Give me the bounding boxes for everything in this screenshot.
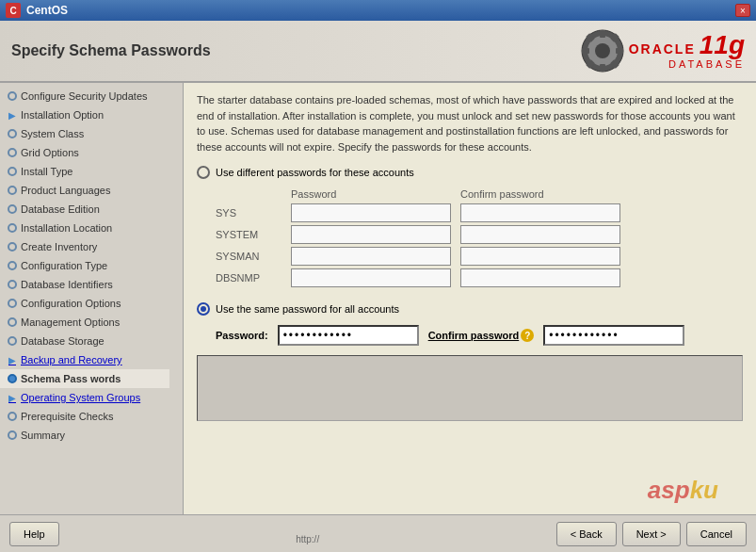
sidebar-item-product-languages[interactable]: Product Languages	[0, 181, 169, 200]
same-pw-inputs: Password: Confirm password ?	[216, 325, 743, 346]
sidebar-dot-backup-and-recovery: ▶	[8, 355, 17, 365]
svg-point-2	[595, 43, 610, 58]
oracle-text: ORACLE 11g DATABASE	[629, 32, 745, 70]
sidebar-dot-configure-security	[8, 91, 17, 101]
pw-input-system-confirm[interactable]	[460, 225, 620, 244]
sidebar-item-database-storage[interactable]: Database Storage	[0, 332, 169, 350]
same-password-option[interactable]: Use the same password for all accounts	[197, 302, 743, 316]
password-field-label: Password:	[216, 330, 268, 341]
help-button[interactable]: Help	[9, 522, 59, 546]
sidebar-item-configure-security[interactable]: Configure Security Updates	[0, 87, 169, 106]
sidebar-item-installation-location[interactable]: Installation Location	[0, 219, 169, 237]
description-text: The starter database contains pre-loaded…	[197, 92, 743, 154]
sidebar-label-database-identifiers: Database Identifiers	[21, 279, 113, 290]
pw-label-sysman: SYSMAN	[216, 251, 291, 262]
sidebar-dot-grid-options	[8, 148, 17, 157]
sidebar-item-configuration-type[interactable]: Configuration Type	[0, 256, 169, 275]
sidebar-dot-operating-system-groups: ▶	[8, 393, 17, 402]
pw-label-system: SYSTEM	[216, 229, 291, 240]
sidebar-item-operating-system-groups[interactable]: ▶ Operating System Groups	[0, 388, 169, 407]
sidebar-dot-configuration-type	[8, 261, 17, 270]
cancel-button[interactable]: Cancel	[686, 522, 747, 546]
oracle-product: DATABASE	[668, 58, 745, 70]
different-passwords-radio[interactable]	[197, 166, 210, 179]
sidebar-item-installation-option[interactable]: ▶ Installation Option	[0, 106, 169, 124]
pw-row-system: SYSTEM	[216, 225, 743, 244]
sidebar-item-database-edition[interactable]: Database Edition	[0, 200, 169, 219]
main-content: The starter database contains pre-loaded…	[184, 83, 756, 514]
oracle-logo: ORACLE 11g DATABASE	[580, 28, 745, 73]
sidebar-label-system-class: System Class	[21, 128, 84, 139]
sidebar-label-backup-and-recovery: Backup and Recovery	[21, 354, 122, 365]
sidebar-label-schema-passwords: Schema Pass words	[21, 373, 121, 384]
pw-input-sys-confirm[interactable]	[460, 203, 620, 222]
oracle-brand: ORACLE	[629, 41, 696, 57]
back-button[interactable]: < Back	[556, 522, 617, 546]
close-button[interactable]: ×	[735, 4, 750, 17]
sidebar-label-configuration-options: Configuration Options	[21, 298, 121, 309]
sidebar-dot-install-type	[8, 167, 17, 176]
sidebar-dot-database-identifiers	[8, 280, 17, 289]
sidebar-items: Configure Security Updates ▶ Installatio…	[0, 83, 183, 448]
sidebar-label-summary: Summary	[21, 430, 65, 441]
sidebar-label-installation-option: Installation Option	[21, 109, 104, 121]
sidebar-item-summary[interactable]: Summary	[0, 426, 169, 445]
sidebar-label-create-inventory: Create Inventory	[21, 241, 97, 252]
sidebar-item-create-inventory[interactable]: Create Inventory	[0, 237, 169, 256]
sidebar-item-backup-and-recovery[interactable]: ▶ Backup and Recovery	[0, 350, 169, 369]
pw-input-dbsnmp-password[interactable]	[291, 268, 451, 287]
sidebar-label-prerequisite-checks: Prerequisite Checks	[21, 411, 113, 422]
main-window: Specify Schema Passwords ORACLE	[0, 21, 756, 552]
pw-input-system-password[interactable]	[291, 225, 451, 244]
password-table: Password Confirm password SYS SYSTEM SYS…	[216, 188, 743, 287]
pw-input-sysman-password[interactable]	[291, 247, 451, 266]
sidebar-dot-schema-passwords	[8, 374, 17, 383]
sidebar-dot-database-storage	[8, 336, 17, 346]
pw-col-password: Password	[291, 188, 460, 200]
sidebar-item-management-options[interactable]: Management Options	[0, 313, 169, 332]
sidebar-label-grid-options: Grid Options	[21, 147, 79, 158]
sidebar-item-install-type[interactable]: Install Type	[0, 162, 169, 181]
sidebar-label-configuration-type: Configuration Type	[21, 260, 107, 271]
svg-rect-6	[616, 48, 623, 54]
sidebar-dot-create-inventory	[8, 242, 17, 252]
pw-row-sys: SYS	[216, 203, 743, 222]
confirm-password-input[interactable]	[543, 325, 684, 346]
sidebar-dot-management-options	[8, 317, 17, 327]
sidebar-item-database-identifiers[interactable]: Database Identifiers	[0, 275, 169, 294]
pw-input-sys-password[interactable]	[291, 203, 451, 222]
sidebar-dot-system-class	[8, 129, 17, 138]
oracle-version: 11g	[700, 32, 745, 58]
sidebar-item-prerequisite-checks[interactable]: Prerequisite Checks	[0, 407, 169, 426]
sidebar-dot-configuration-options	[8, 299, 17, 308]
different-passwords-option[interactable]: Use different passwords for these accoun…	[197, 166, 743, 179]
pw-label-dbsnmp: DBSNMP	[216, 272, 291, 284]
sidebar-item-configuration-options[interactable]: Configuration Options	[0, 294, 169, 313]
confirm-password-label: Confirm password	[428, 330, 520, 341]
sidebar-label-installation-location: Installation Location	[21, 222, 112, 234]
sidebar-dot-installation-option: ▶	[8, 110, 17, 120]
sidebar-dot-summary	[8, 430, 17, 440]
sidebar-label-database-storage: Database Storage	[21, 335, 105, 347]
sidebar-item-schema-passwords[interactable]: Schema Pass words	[0, 369, 169, 388]
pw-input-sysman-confirm[interactable]	[460, 247, 620, 266]
pw-row-sysman: SYSMAN	[216, 247, 743, 266]
bottom-bar: Help http:// < Back Next > Cancel	[0, 514, 756, 552]
same-password-label: Use the same password for all accounts	[216, 303, 399, 315]
sidebar-label-database-edition: Database Edition	[21, 203, 100, 215]
sidebar-label-install-type: Install Type	[21, 166, 72, 177]
app-icon: C	[6, 3, 21, 18]
pw-label-sys: SYS	[216, 207, 291, 219]
sidebar-dot-prerequisite-checks	[8, 412, 17, 421]
same-password-input[interactable]	[278, 325, 419, 346]
sidebar-item-grid-options[interactable]: Grid Options	[0, 143, 169, 162]
pw-row-dbsnmp: DBSNMP	[216, 268, 743, 287]
pw-col-confirm: Confirm password	[460, 188, 630, 200]
pw-input-dbsnmp-confirm[interactable]	[460, 268, 620, 287]
next-button[interactable]: Next >	[622, 522, 681, 546]
pw-table-header: Password Confirm password	[216, 188, 743, 200]
sidebar-item-system-class[interactable]: System Class	[0, 124, 169, 143]
same-password-radio[interactable]	[197, 302, 210, 316]
confirm-help-icon[interactable]: ?	[521, 329, 534, 342]
oracle-gear-icon	[580, 28, 625, 73]
